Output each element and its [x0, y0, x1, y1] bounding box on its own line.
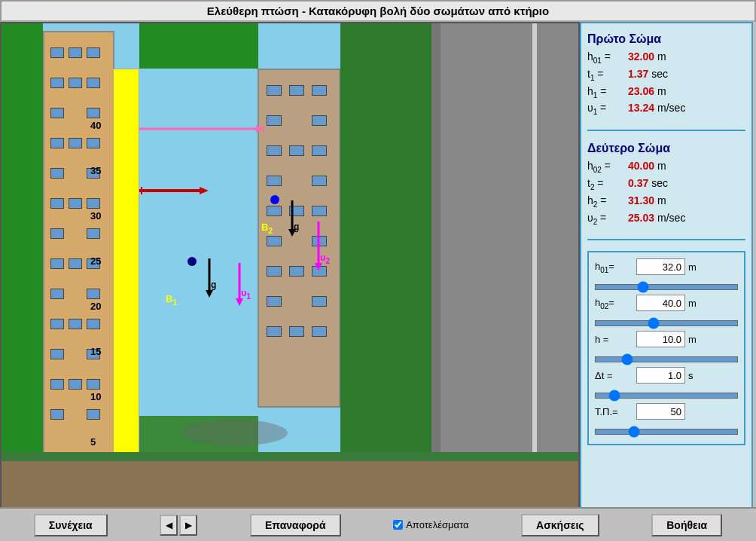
g2-label: g	[294, 222, 299, 232]
t1-unit: sec	[651, 68, 668, 80]
help-button[interactable]: Βοήθεια	[651, 514, 722, 536]
h2-unit: m	[657, 194, 666, 206]
h01-value: 32.00	[628, 50, 654, 63]
h02-row: h02 = 40.00 m	[587, 160, 745, 174]
window	[50, 319, 64, 329]
window	[69, 319, 82, 329]
window	[87, 228, 100, 239]
nav-left-button[interactable]: ◀	[160, 515, 178, 536]
v2-unit: m/sec	[657, 212, 685, 224]
window	[312, 206, 327, 216]
body2-title: Δεύτερο Σώμα	[587, 142, 745, 155]
scale-15: 15	[90, 346, 101, 357]
ctrl-h02-input[interactable]	[636, 295, 685, 311]
window	[267, 115, 282, 126]
reset-button[interactable]: Επαναφορά	[250, 514, 341, 536]
window	[267, 206, 282, 216]
ctrl-dt-slider[interactable]	[595, 393, 738, 399]
window	[50, 138, 64, 148]
ctrl-h01-input[interactable]	[636, 258, 685, 275]
window	[69, 78, 82, 88]
window	[289, 266, 304, 277]
ground-grass	[2, 452, 578, 461]
v1-arrow	[233, 263, 256, 308]
ctrl-dt-label: Δt =	[595, 370, 636, 381]
ctrl-h-slider[interactable]	[595, 356, 738, 362]
g2-arrow	[286, 200, 309, 238]
exercises-button[interactable]: Ασκήσεις	[521, 514, 599, 536]
window	[50, 228, 64, 239]
title-text: Ελεύθερη πτώση - Κατακόρυφη βολή δύο σωμ…	[207, 5, 549, 17]
ctrl-h01-slider[interactable]	[595, 284, 738, 290]
h02-label: h02 =	[587, 160, 625, 174]
h02-arrow	[139, 184, 215, 197]
ctrl-tpi-row: Τ.Π.=	[595, 403, 738, 420]
svg-marker-1	[256, 125, 264, 133]
window	[69, 47, 82, 58]
scale-10: 10	[90, 391, 101, 402]
window	[267, 176, 282, 186]
scale-5: 5	[90, 436, 96, 448]
building-left	[43, 31, 114, 475]
road-line	[532, 23, 537, 507]
canvas-area: 5 10 15 20 25 30 35 40	[0, 22, 580, 507]
right-panel: Πρώτο Σώμα h01 = 32.00 m t1 = 1.37 sec h…	[580, 22, 753, 507]
ctrl-h02-slider[interactable]	[595, 320, 738, 326]
grass-left	[2, 23, 43, 507]
h01-unit: m	[657, 50, 666, 63]
body2-label: B2	[261, 222, 273, 235]
ctrl-dt-input[interactable]	[636, 367, 685, 384]
body2-dot	[270, 195, 279, 204]
v2-arrow	[312, 222, 335, 273]
v2-label: υ2	[320, 252, 330, 265]
window	[69, 258, 82, 269]
v2-row: υ2 = 25.03 m/sec	[587, 212, 745, 226]
continue-button[interactable]: Συνέχεια	[34, 514, 108, 536]
nav-right-button[interactable]: ▶	[179, 515, 197, 536]
window	[312, 176, 327, 186]
results-label: Αποτελέσματα	[406, 519, 468, 530]
title-bar: Ελεύθερη πτώση - Κατακόρυφη βολή δύο σωμ…	[0, 0, 756, 22]
h2-row: h2 = 31.30 m	[587, 194, 745, 209]
window	[87, 108, 100, 118]
t2-label: t2 =	[587, 177, 625, 191]
window	[50, 47, 64, 58]
t2-row: t2 = 0.37 sec	[587, 177, 745, 191]
ctrl-h01-label: h01=	[595, 261, 636, 274]
v2-value: 25.03	[628, 212, 654, 224]
h1-value: 23.06	[628, 85, 654, 97]
window	[312, 296, 327, 307]
t1-row: t1 = 1.37 sec	[587, 68, 745, 82]
ctrl-dt-row: Δt = s	[595, 367, 738, 384]
body1-title: Πρώτο Σώμα	[587, 32, 745, 46]
t1-value: 1.37	[628, 68, 648, 80]
window	[267, 236, 282, 246]
results-checkbox-label[interactable]: Αποτελέσματα	[393, 519, 468, 530]
h01-row: h01 = 32.00 m	[587, 50, 745, 65]
window	[50, 409, 64, 420]
t1-label: t1 =	[587, 68, 625, 82]
window	[50, 168, 64, 179]
ctrl-dt-unit: s	[688, 370, 694, 381]
ctrl-h-label: h =	[595, 334, 636, 345]
v1-label: υ1 =	[587, 102, 625, 116]
v2-label: υ2 =	[587, 212, 625, 226]
window	[50, 349, 64, 359]
ctrl-tpi-input[interactable]	[636, 403, 685, 420]
h02-value: 40.00	[628, 160, 654, 172]
svg-marker-7	[206, 290, 213, 298]
g1-label: g	[211, 280, 216, 290]
ctrl-h-input[interactable]	[636, 331, 685, 347]
h01-arrow	[139, 121, 267, 136]
window	[87, 198, 100, 209]
scale-40: 40	[90, 120, 101, 131]
ctrl-tpi-slider[interactable]	[595, 429, 738, 435]
window	[69, 138, 82, 148]
measurement-column	[113, 69, 139, 487]
t2-unit: sec	[651, 177, 668, 189]
window	[50, 289, 64, 299]
window	[267, 85, 282, 96]
v1-value: 13.24	[628, 102, 654, 114]
results-checkbox[interactable]	[393, 520, 403, 530]
body1-info-box: Πρώτο Σώμα h01 = 32.00 m t1 = 1.37 sec h…	[587, 29, 745, 122]
